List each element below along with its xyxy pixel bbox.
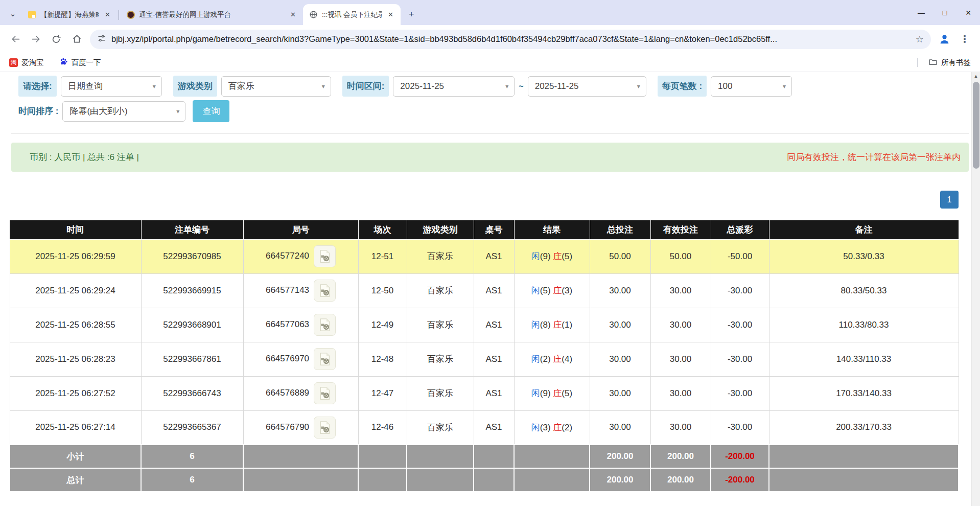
table-row: 2025-11-25 06:28:23522993667861664576970… bbox=[10, 342, 959, 376]
page-size-value: 100 bbox=[718, 81, 732, 91]
video-replay-icon[interactable] bbox=[314, 417, 336, 439]
valid-bet-cell: 30.00 bbox=[650, 273, 711, 308]
site-settings-icon[interactable] bbox=[97, 34, 106, 45]
column-header: 游戏类别 bbox=[407, 220, 474, 239]
taobao-icon: 淘 bbox=[9, 58, 18, 67]
video-replay-icon[interactable] bbox=[314, 314, 336, 336]
new-tab-button[interactable]: + bbox=[404, 7, 419, 22]
bet-id-cell: 522993669915 bbox=[141, 273, 243, 308]
video-replay-icon[interactable] bbox=[314, 245, 336, 267]
summary-cell bbox=[769, 445, 959, 468]
summary-cell: -200.00 bbox=[711, 468, 769, 492]
tab-tongbao[interactable]: 通宝-信誉最好的网上游戏平台 ✕ bbox=[120, 4, 303, 25]
filter-panel: 请选择: 日期查询 ▾ 游戏类别 百家乐 ▾ 时间区间: 2025-11-25 … bbox=[11, 72, 969, 134]
url-text[interactable]: bjbj.xyz/ipl/portal.php/game/betrecord_s… bbox=[111, 34, 911, 44]
page-size-select[interactable]: 100 ▾ bbox=[711, 76, 792, 97]
round-cell: 664576889 bbox=[243, 376, 358, 410]
bookmark-star-icon[interactable]: ☆ bbox=[916, 34, 924, 45]
table-no-cell: AS1 bbox=[474, 273, 514, 308]
query-type-value: 日期查询 bbox=[68, 80, 103, 92]
time-cell: 2025-11-25 06:27:52 bbox=[10, 376, 141, 410]
round-cell: 664577143 bbox=[243, 273, 358, 308]
close-tab-icon[interactable]: ✕ bbox=[386, 10, 395, 19]
total-bet-cell: 50.00 bbox=[590, 239, 650, 273]
scrollbar-thumb[interactable] bbox=[973, 82, 979, 169]
payout-cell: -30.00 bbox=[711, 308, 769, 342]
back-button[interactable] bbox=[5, 29, 26, 50]
valid-bet-cell: 30.00 bbox=[650, 342, 711, 376]
game-type-label: 游戏类别 bbox=[173, 76, 217, 97]
round-number: 664576889 bbox=[266, 388, 309, 398]
all-bookmarks-label: 所有书签 bbox=[941, 58, 971, 67]
tilde-separator: ~ bbox=[519, 82, 523, 91]
reload-button[interactable] bbox=[46, 29, 66, 50]
table-row: 2025-11-25 06:28:55522993668901664577063… bbox=[10, 308, 959, 342]
valid-bet-cell: 30.00 bbox=[650, 376, 711, 410]
tab-search-button[interactable]: ⌄ bbox=[4, 4, 21, 24]
date-range-label: 时间区间: bbox=[342, 76, 389, 97]
table-row: 2025-11-25 06:27:14522993665367664576790… bbox=[10, 410, 959, 445]
close-tab-icon[interactable]: ✕ bbox=[103, 10, 112, 19]
summary-cell bbox=[474, 445, 514, 468]
search-button[interactable]: 查询 bbox=[193, 100, 229, 122]
summary-cell bbox=[407, 445, 474, 468]
banker-result: 庄 bbox=[553, 320, 562, 330]
date-to-input[interactable]: 2025-11-25 ▾ bbox=[528, 76, 646, 97]
minimize-button[interactable]: — bbox=[909, 0, 933, 25]
game-type-select[interactable]: 百家乐 ▾ bbox=[221, 76, 331, 97]
banker-result: 庄 bbox=[553, 354, 562, 364]
player-result: 闲 bbox=[531, 320, 540, 330]
time-cell: 2025-11-25 06:27:14 bbox=[10, 410, 141, 445]
time-cell: 2025-11-25 06:28:55 bbox=[10, 308, 141, 342]
window-controls: — □ ✕ bbox=[909, 0, 980, 25]
close-window-button[interactable]: ✕ bbox=[956, 0, 980, 25]
column-header: 总派彩 bbox=[711, 220, 769, 239]
column-header: 总投注 bbox=[590, 220, 650, 239]
session-cell: 12-50 bbox=[358, 273, 407, 308]
bookmark-baidu[interactable]: 百度一下 bbox=[59, 57, 101, 67]
bet-id-cell: 522993666743 bbox=[141, 376, 243, 410]
total-bet-cell: 30.00 bbox=[590, 308, 650, 342]
result-cell: 闲(9) 庄(5) bbox=[514, 239, 590, 273]
page-1-button[interactable]: 1 bbox=[940, 191, 959, 209]
tab-title: 通宝-信誉最好的网上游戏平台 bbox=[139, 10, 284, 19]
round-cell: 664576790 bbox=[243, 410, 358, 445]
time-cell: 2025-11-25 06:29:59 bbox=[10, 239, 141, 273]
date-from-input[interactable]: 2025-11-25 ▾ bbox=[393, 76, 515, 97]
browser-menu-icon[interactable]: ⋮ bbox=[954, 29, 975, 50]
video-replay-icon[interactable] bbox=[314, 348, 336, 370]
video-replay-icon[interactable] bbox=[314, 280, 336, 302]
address-bar[interactable]: bjbj.xyz/ipl/portal.php/game/betrecord_s… bbox=[90, 30, 931, 49]
date-from-value: 2025-11-25 bbox=[400, 81, 444, 91]
game-type-cell: 百家乐 bbox=[407, 308, 474, 342]
table-no-cell: AS1 bbox=[474, 342, 514, 376]
summary-cell: 6 bbox=[141, 445, 243, 468]
query-type-select[interactable]: 日期查询 ▾ bbox=[61, 76, 162, 97]
time-cell: 2025-11-25 06:29:24 bbox=[10, 273, 141, 308]
maximize-button[interactable]: □ bbox=[933, 0, 956, 25]
bet-id-cell: 522993665367 bbox=[141, 410, 243, 445]
table-no-cell: AS1 bbox=[474, 239, 514, 273]
page-size-label: 每页笔数 : bbox=[658, 76, 707, 97]
scroll-up-icon[interactable]: ▲ bbox=[972, 72, 980, 80]
sort-select[interactable]: 降幂(由大到小) ▾ bbox=[62, 101, 185, 122]
player-result: 闲 bbox=[531, 286, 540, 295]
video-replay-icon[interactable] bbox=[314, 382, 336, 404]
chevron-down-icon: ▾ bbox=[783, 83, 786, 90]
column-header: 时间 bbox=[10, 220, 141, 239]
game-type-cell: 百家乐 bbox=[407, 342, 474, 376]
forward-button[interactable] bbox=[26, 29, 46, 50]
tab-forum[interactable]: 【新提醒】海燕策略论坛 - 综合 ✕ bbox=[21, 4, 118, 25]
total-bet-cell: 30.00 bbox=[590, 342, 650, 376]
tab-bet-records-active[interactable]: :::视讯 会员下注纪录::: ✕ bbox=[303, 4, 401, 25]
divider bbox=[917, 58, 918, 67]
close-tab-icon[interactable]: ✕ bbox=[288, 10, 298, 19]
profile-avatar[interactable] bbox=[934, 29, 954, 50]
scrollbar[interactable]: ▲ bbox=[971, 72, 980, 506]
home-button[interactable] bbox=[66, 29, 87, 50]
chevron-down-icon: ▾ bbox=[176, 108, 179, 115]
bookmark-taobao[interactable]: 淘 爱淘宝 bbox=[9, 58, 44, 67]
all-bookmarks[interactable]: 所有书签 bbox=[917, 57, 971, 68]
table-row: 2025-11-25 06:27:52522993666743664576889… bbox=[10, 376, 959, 410]
summary-label: 总计 bbox=[10, 468, 141, 492]
